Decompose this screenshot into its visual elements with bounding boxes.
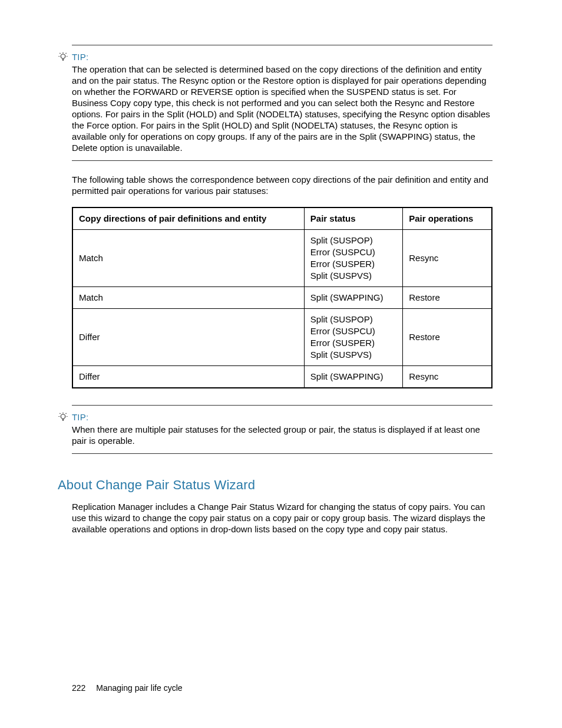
status-line: Split (SWAPPING): [310, 371, 396, 383]
lightbulb-icon: [58, 412, 68, 423]
svg-line-12: [66, 413, 67, 414]
status-line: Split (SUSPVS): [310, 349, 396, 361]
tip-block-1: TIP: The operation that can be selected …: [72, 45, 492, 161]
tip-text: The operation that can be selected is de…: [72, 64, 492, 153]
table-cell: Split (SWAPPING): [304, 366, 402, 388]
table-cell: Split (SWAPPING): [304, 287, 402, 309]
footer-title: Managing pair life cycle: [96, 683, 182, 693]
status-line: Error (SUSPCU): [310, 325, 396, 337]
table-row: Match Split (SUSPOP) Error (SUSPCU) Erro…: [72, 230, 492, 287]
tip-block-2: TIP: When there are multiple pair status…: [72, 405, 492, 454]
table-cell: Split (SUSPOP) Error (SUSPCU) Error (SUS…: [304, 230, 402, 287]
table-cell: Resync: [403, 230, 492, 287]
intro-text: The following table shows the correspond…: [72, 174, 492, 196]
document-page: TIP: The operation that can be selected …: [0, 0, 562, 728]
svg-line-5: [59, 53, 60, 54]
status-line: Split (SUSPOP): [310, 314, 396, 325]
table-cell: Restore: [403, 287, 492, 309]
tip-label: TIP:: [72, 51, 88, 62]
table-row: Match Split (SWAPPING) Restore: [72, 287, 492, 309]
tip-label: TIP:: [72, 411, 88, 423]
svg-line-4: [66, 53, 67, 54]
table-cell: Match: [72, 230, 304, 287]
table-cell: Differ: [72, 366, 304, 388]
status-line: Error (SUSPCU): [310, 246, 396, 258]
pair-operations-table: Copy directions of pair definitions and …: [72, 207, 492, 388]
page-number: 222: [72, 683, 85, 693]
table-header-col3: Pair operations: [403, 207, 492, 230]
table-header-col1: Copy directions of pair definitions and …: [72, 207, 304, 230]
status-line: Split (SWAPPING): [310, 292, 396, 304]
table-header-col2: Pair status: [304, 207, 402, 230]
table-cell: Restore: [403, 309, 492, 366]
table-cell: Resync: [403, 366, 492, 388]
status-line: Split (SUSPVS): [310, 270, 396, 282]
status-line: Split (SUSPOP): [310, 235, 396, 246]
svg-point-8: [61, 414, 65, 419]
page-footer: 222 Managing pair life cycle: [72, 683, 183, 693]
table-row: Differ Split (SWAPPING) Resync: [72, 366, 492, 388]
section-text: Replication Manager includes a Change Pa…: [72, 501, 492, 535]
svg-point-0: [61, 54, 65, 59]
svg-line-13: [59, 413, 60, 414]
table-cell: Split (SUSPOP) Error (SUSPCU) Error (SUS…: [304, 309, 402, 366]
table-cell: Differ: [72, 309, 304, 366]
table-cell: Match: [72, 287, 304, 309]
status-line: Error (SUSPER): [310, 337, 396, 349]
section-heading: About Change Pair Status Wizard: [58, 477, 492, 493]
lightbulb-icon: [58, 52, 68, 62]
tip-text: When there are multiple pair statuses fo…: [72, 424, 492, 446]
status-line: Error (SUSPER): [310, 258, 396, 270]
table-row: Differ Split (SUSPOP) Error (SUSPCU) Err…: [72, 309, 492, 366]
